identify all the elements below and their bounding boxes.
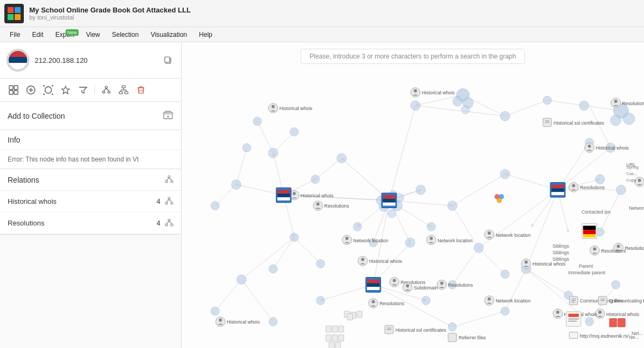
svg-rect-303 xyxy=(609,319,617,327)
svg-point-153 xyxy=(501,270,510,279)
svg-rect-290 xyxy=(357,311,362,318)
svg-text:Historical whois: Historical whois xyxy=(532,261,565,267)
expand-button[interactable] xyxy=(7,83,21,97)
menu-file[interactable]: File xyxy=(4,29,25,40)
svg-rect-293 xyxy=(338,326,344,332)
menu-visualization[interactable]: Visualization xyxy=(145,29,192,40)
svg-line-26 xyxy=(104,88,106,91)
app-title: My School Online Grade Book Got Attacked… xyxy=(29,6,640,14)
highlight-button[interactable] xyxy=(59,83,73,97)
menu-export[interactable]: Export New xyxy=(50,29,80,40)
relation-historical-whois[interactable]: Historical whois 4 xyxy=(0,191,181,212)
add-node-button[interactable] xyxy=(24,83,38,97)
svg-point-157 xyxy=(585,318,594,326)
svg-point-241 xyxy=(406,284,409,287)
svg-point-40 xyxy=(168,176,170,178)
menu-edit[interactable]: Edit xyxy=(27,29,49,40)
svg-text:Net...: Net... xyxy=(632,331,643,336)
svg-rect-281 xyxy=(367,283,379,287)
svg-point-170 xyxy=(272,105,275,108)
svg-point-52 xyxy=(171,224,173,226)
svg-rect-29 xyxy=(119,92,123,94)
svg-point-224 xyxy=(488,231,491,235)
node-toolbar xyxy=(0,79,181,102)
svg-point-45 xyxy=(168,197,170,199)
left-panel: 212.200.188.120 xyxy=(0,42,182,348)
svg-rect-13 xyxy=(9,91,13,94)
relation-name-0: Historical whois xyxy=(8,197,56,205)
svg-rect-14 xyxy=(14,91,18,94)
svg-point-135 xyxy=(231,180,241,190)
select-circle-button[interactable] xyxy=(41,83,55,97)
svg-point-41 xyxy=(165,181,168,183)
menu-selection[interactable]: Selection xyxy=(107,29,144,40)
svg-point-166 xyxy=(500,111,510,121)
graph-svg[interactable]: Historical whois Historical whois Histor… xyxy=(182,42,644,348)
title-text: My School Online Grade Book Got Attacked… xyxy=(29,6,640,21)
svg-rect-260 xyxy=(448,333,457,342)
svg-point-123 xyxy=(388,209,396,218)
delete-button[interactable] xyxy=(134,83,148,97)
svg-rect-7 xyxy=(9,57,27,63)
relations-title: Relations xyxy=(8,176,39,184)
svg-point-200 xyxy=(317,203,320,206)
filter-button[interactable] xyxy=(76,83,90,97)
info-content: Error: This node info has not been found… xyxy=(0,150,181,169)
copy-button[interactable] xyxy=(162,54,175,67)
relations-header[interactable]: Relations xyxy=(0,169,181,190)
svg-rect-292 xyxy=(332,326,338,332)
svg-point-144 xyxy=(237,275,247,285)
menu-view[interactable]: View xyxy=(81,29,106,40)
svg-rect-285 xyxy=(583,230,596,234)
svg-point-162 xyxy=(616,185,626,195)
svg-rect-273 xyxy=(383,199,395,203)
svg-text:Resolutions: Resolutions xyxy=(580,185,605,190)
svg-text:Cas...: Cas... xyxy=(626,171,637,176)
svg-point-217 xyxy=(390,278,400,287)
svg-point-209 xyxy=(617,244,620,248)
layout-button[interactable] xyxy=(99,83,113,97)
svg-text:Historical ssl certificates: Historical ssl certificates xyxy=(553,120,604,126)
svg-text:Historical whois: Historical whois xyxy=(596,145,629,151)
relations-section: Relations Historical whois 4 xyxy=(0,169,181,235)
node-info-bar: 212.200.188.120 xyxy=(0,42,181,79)
svg-point-142 xyxy=(269,265,278,273)
svg-point-151 xyxy=(474,243,484,253)
svg-point-140 xyxy=(253,117,262,126)
svg-point-197 xyxy=(614,100,617,103)
svg-rect-268 xyxy=(278,190,290,194)
svg-rect-12 xyxy=(14,86,18,89)
relation-right-0: 4 xyxy=(157,196,173,207)
svg-rect-6 xyxy=(9,51,27,57)
graph-area[interactable]: Please, introduce 3 or more characters t… xyxy=(182,42,644,348)
svg-rect-304 xyxy=(618,319,626,327)
menu-help[interactable]: Help xyxy=(194,29,218,40)
svg-text:Spring: Spring xyxy=(626,165,638,170)
svg-point-116 xyxy=(461,106,470,114)
svg-text:Historical whois: Historical whois xyxy=(422,90,455,95)
svg-point-119 xyxy=(610,115,621,125)
svg-point-136 xyxy=(211,202,220,210)
svg-point-46 xyxy=(165,202,168,204)
svg-text:Referrer files: Referrer files xyxy=(459,335,486,340)
svg-point-50 xyxy=(168,219,170,221)
app-author: by toni_virustotal xyxy=(29,14,640,21)
svg-point-141 xyxy=(290,233,299,242)
svg-text:Copy: Copy xyxy=(626,178,636,183)
svg-point-229 xyxy=(485,296,494,306)
search-hint: Please, introduce 3 or more characters t… xyxy=(300,49,525,64)
svg-text:Contacted ips: Contacted ips xyxy=(582,209,611,215)
hierarchy-button[interactable] xyxy=(117,83,131,97)
relation-resolutions[interactable]: Resolutions 4 xyxy=(0,212,181,234)
info-title: Info xyxy=(8,136,20,144)
svg-point-179 xyxy=(361,258,364,261)
svg-text:Historical whois: Historical whois xyxy=(300,193,333,198)
svg-point-21 xyxy=(43,94,45,95)
svg-rect-270 xyxy=(278,197,290,201)
relation-graph-icon-1 xyxy=(165,218,173,228)
svg-point-137 xyxy=(242,144,251,152)
info-header[interactable]: Info xyxy=(0,130,181,150)
add-to-collection-section[interactable]: Add to Collection xyxy=(0,102,181,130)
svg-point-202 xyxy=(569,183,578,192)
info-error-text: Error: This node info has not been found… xyxy=(8,156,173,163)
